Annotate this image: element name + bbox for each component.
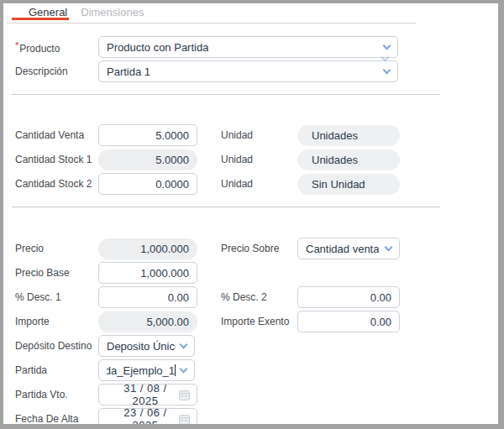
chevron-down-icon <box>383 65 391 74</box>
row-importe: Importe 5,000.00 Importe Exento <box>3 311 498 332</box>
partida-vto-date-input[interactable]: 31 / 08 / 2025 <box>98 384 197 405</box>
precio-sobre-label: Precio Sobre <box>221 243 297 254</box>
producto-select[interactable]: Producto con Partida <box>98 36 398 58</box>
chevron-down-icon <box>385 243 393 251</box>
row-descuentos: % Desc. 1 % Desc. 2 <box>3 286 498 308</box>
chevron-down-icon <box>383 41 391 50</box>
text-cursor <box>175 364 176 376</box>
partida-vto-value: 31 / 08 / 2025 <box>112 382 179 407</box>
precio-sobre-select[interactable]: Cantidad venta <box>297 238 400 259</box>
chevron-down-icon <box>180 340 188 348</box>
importe-label: Importe <box>3 316 98 327</box>
row-partida: Partida artida_Ejemplo_1 <box>3 359 498 381</box>
descripcion-select[interactable]: Partida 1 <box>98 60 398 82</box>
form-window: General Dimensiones *Producto Producto c… <box>0 0 504 429</box>
desc2-label: % Desc. 2 <box>221 291 297 303</box>
partida-value: artida_Ejemplo_1 <box>107 364 175 377</box>
tab-bar: General Dimensiones <box>3 3 498 24</box>
row-producto: *Producto Producto con Partida <box>3 36 498 58</box>
fecha-alta-value: 23 / 06 / 2025 <box>112 406 179 424</box>
row-precio: Precio 1,000.000 Precio Sobre Cantidad v… <box>3 238 498 259</box>
row-deposito: Depósito Destino Deposito Único <box>3 335 498 357</box>
chevron-down-icon <box>180 364 188 373</box>
desc1-input[interactable] <box>98 286 197 308</box>
descripcion-label: Descripción <box>3 65 98 77</box>
fecha-alta-label: Fecha De Alta <box>3 413 98 424</box>
row-cantidad-stock2: Cantidad Stock 2 Unidad Sin Unidad <box>3 173 498 195</box>
required-asterisk: * <box>15 40 18 50</box>
tab-dimensiones[interactable]: Dimensiones <box>81 3 144 22</box>
desc2-input[interactable] <box>297 286 400 308</box>
calendar-icon[interactable] <box>179 414 190 425</box>
cantidad-stock2-label: Cantidad Stock 2 <box>3 178 98 190</box>
desc1-label: % Desc. 1 <box>3 291 98 303</box>
active-tab-underline <box>12 18 69 20</box>
row-partida-vto: Partida Vto. 31 / 08 / 2025 <box>3 384 498 405</box>
producto-value: Producto con Partida <box>107 41 208 54</box>
importe-exento-input[interactable] <box>297 311 400 332</box>
calendar-icon[interactable] <box>179 390 190 400</box>
precio-base-label: Precio Base <box>3 267 98 279</box>
unidad-value: Unidades <box>297 149 400 170</box>
deposito-select[interactable]: Deposito Único <box>98 335 195 357</box>
precio-label: Precio <box>3 243 98 254</box>
cantidad-stock1-readonly: 5.0000 <box>98 149 197 170</box>
fecha-alta-date-input[interactable]: 23 / 06 / 2025 <box>98 408 197 424</box>
cantidad-stock1-label: Cantidad Stock 1 <box>3 154 98 165</box>
unidad-value: Sin Unidad <box>297 174 400 195</box>
section-divider <box>12 207 440 207</box>
importe-exento-label: Importe Exento <box>221 316 297 327</box>
unidad-label: Unidad <box>221 129 297 141</box>
partida-label: Partida <box>3 364 98 376</box>
precio-readonly: 1,000.000 <box>98 238 197 259</box>
descripcion-value: Partida 1 <box>107 65 150 78</box>
section-divider <box>12 94 440 95</box>
form-content: General Dimensiones *Producto Producto c… <box>3 3 498 424</box>
precio-base-input[interactable] <box>98 262 197 284</box>
deposito-value: Deposito Único <box>107 340 176 353</box>
tabbar-divider <box>7 23 416 24</box>
row-cantidad-venta: Cantidad Venta Unidad Unidades <box>3 124 498 146</box>
precio-sobre-value: Cantidad venta <box>306 243 379 255</box>
partida-vto-label: Partida Vto. <box>3 389 98 400</box>
cantidad-stock2-input[interactable] <box>98 173 197 195</box>
row-precio-base: Precio Base <box>3 262 498 284</box>
unidad-label: Unidad <box>221 178 297 190</box>
row-descripcion: Descripción Partida 1 <box>3 60 498 82</box>
unidad-label: Unidad <box>221 154 297 165</box>
unidad-value: Unidades <box>297 125 400 146</box>
row-cantidad-stock1: Cantidad Stock 1 5.0000 Unidad Unidades <box>3 149 498 170</box>
cantidad-venta-label: Cantidad Venta <box>3 129 98 141</box>
row-fecha-alta: Fecha De Alta 23 / 06 / 2025 <box>3 408 498 424</box>
partida-combobox[interactable]: artida_Ejemplo_1 <box>98 359 195 381</box>
producto-label: *Producto <box>3 40 98 55</box>
importe-readonly: 5,000.00 <box>98 311 197 332</box>
cantidad-venta-input[interactable] <box>98 124 197 146</box>
deposito-label: Depósito Destino <box>3 340 98 352</box>
